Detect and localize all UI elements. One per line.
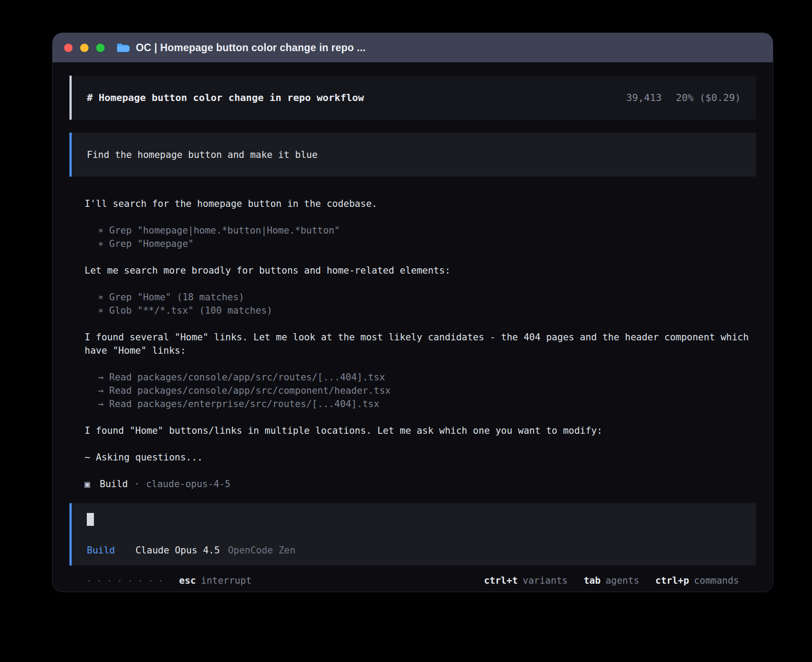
tool-call-grep: ∗ Grep "homepage|home.*button|Home.*butt…	[98, 224, 756, 237]
key-tab: tab	[584, 575, 601, 586]
agent-name: Build	[100, 477, 128, 491]
assistant-paragraph: I'll search for the homepage button in t…	[85, 197, 752, 210]
minimize-button[interactable]	[80, 44, 89, 52]
agent-separator: ·	[134, 477, 140, 491]
session-title: # Homepage button color change in repo w…	[87, 92, 364, 103]
user-message: Find the homepage button and make it blu…	[69, 133, 756, 177]
hint-variants: ctrl+t variants	[484, 575, 568, 586]
zoom-button[interactable]	[96, 44, 105, 52]
label-variants: variants	[523, 575, 568, 586]
tool-call-grep: ∗ Grep "Homepage"	[98, 237, 756, 250]
spinner-dots: ········	[86, 575, 168, 586]
status-bar: ········ esc interrupt ctrl+t variants t…	[69, 565, 756, 586]
hint-agents: tab agents	[584, 575, 639, 586]
context-usage: 20% ($0.29)	[676, 92, 741, 103]
tool-call-read: → Read packages/console/app/src/routes/[…	[98, 371, 756, 384]
key-ctrl-p: ctrl+p	[655, 575, 689, 586]
tool-call-read: → Read packages/enterprise/src/routes/[.…	[98, 397, 756, 411]
assistant-paragraph: I found "Home" buttons/links in multiple…	[85, 424, 752, 437]
assistant-transcript: I'll search for the homepage button in t…	[69, 197, 756, 491]
user-message-text: Find the homepage button and make it blu…	[87, 149, 317, 160]
session-stats: 39,413 20% ($0.29)	[626, 92, 741, 103]
label-agents: agents	[605, 575, 639, 586]
label-interrupt: interrupt	[201, 575, 252, 586]
status-bar-right: ctrl+t variants tab agents ctrl+p comman…	[484, 575, 739, 586]
hint-commands: ctrl+p commands	[655, 575, 739, 586]
mode-label[interactable]: Build	[87, 545, 115, 556]
tool-call-group: ∗ Grep "Home" (18 matches) ∗ Glob "**/*.…	[85, 291, 756, 317]
agent-model: claude-opus-4-5	[146, 477, 231, 491]
tool-call-group: ∗ Grep "homepage|home.*button|Home.*butt…	[85, 224, 756, 250]
token-count: 39,413	[626, 92, 662, 103]
hint-interrupt: esc interrupt	[179, 575, 252, 586]
folder-icon	[116, 42, 130, 53]
tool-call-read: → Read packages/console/app/src/componen…	[98, 384, 756, 397]
tool-call-glob: ∗ Glob "**/*.tsx" (100 matches)	[98, 304, 756, 317]
label-commands: commands	[694, 575, 739, 586]
model-name: Claude Opus 4.5	[135, 545, 220, 556]
assistant-paragraph: I found several "Home" links. Let me loo…	[85, 331, 752, 357]
window-titlebar: OC | Homepage button color change in rep…	[53, 33, 773, 62]
model-row: Build Claude Opus 4.5 OpenCode Zen	[87, 545, 741, 556]
prompt-input[interactable]: Build Claude Opus 4.5 OpenCode Zen	[69, 503, 756, 565]
agent-status-line: ▣ Build · claude-opus-4-5	[85, 477, 756, 491]
session-content: # Homepage button color change in repo w…	[53, 62, 773, 586]
terminal-window: OC | Homepage button color change in rep…	[53, 33, 773, 592]
key-esc: esc	[179, 575, 196, 586]
tool-call-grep: ∗ Grep "Home" (18 matches)	[98, 291, 756, 304]
tool-call-group: → Read packages/console/app/src/routes/[…	[85, 371, 756, 411]
key-ctrl-t: ctrl+t	[484, 575, 518, 586]
assistant-status-text: ~ Asking questions...	[85, 451, 752, 464]
window-title: OC | Homepage button color change in rep…	[136, 42, 365, 54]
text-cursor	[87, 513, 94, 526]
provider-name: OpenCode Zen	[228, 545, 296, 556]
assistant-paragraph: Let me search more broadly for buttons a…	[85, 264, 752, 277]
session-header: # Homepage button color change in repo w…	[69, 76, 756, 120]
agent-icon: ▣	[85, 477, 90, 491]
close-button[interactable]	[64, 44, 73, 52]
window-controls	[64, 44, 105, 52]
